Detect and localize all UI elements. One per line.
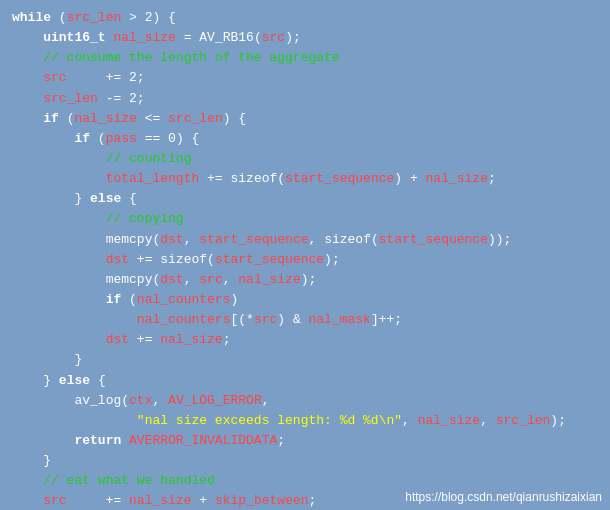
code-line: } bbox=[12, 350, 598, 370]
code-line: } else { bbox=[12, 189, 598, 209]
code-line: uint16_t nal_size = AV_RB16(src); bbox=[12, 28, 598, 48]
code-line: } else { bbox=[12, 371, 598, 391]
code-line: dst += sizeof(start_sequence); bbox=[12, 250, 598, 270]
footer-url: https://blog.csdn.net/qianrushizaixian bbox=[405, 490, 602, 504]
code-line: // consume the length of the aggregate bbox=[12, 48, 598, 68]
code-line: while (src_len > 2) { bbox=[12, 8, 598, 28]
code-line: memcpy(dst, start_sequence, sizeof(start… bbox=[12, 230, 598, 250]
code-line: return AVERROR_INVALIDDATA; bbox=[12, 431, 598, 451]
code-line: av_log(ctx, AV_LOG_ERROR, bbox=[12, 391, 598, 411]
code-line: "nal size exceeds length: %d %d\n", nal_… bbox=[12, 411, 598, 431]
code-line: nal_counters[(*src) & nal_mask]++; bbox=[12, 310, 598, 330]
code-block: while (src_len > 2) { uint16_t nal_size … bbox=[0, 0, 610, 510]
code-line: memcpy(dst, src, nal_size); bbox=[12, 270, 598, 290]
code-line: dst += nal_size; bbox=[12, 330, 598, 350]
code-line: if (pass == 0) { bbox=[12, 129, 598, 149]
code-line: if (nal_counters) bbox=[12, 290, 598, 310]
code-line: // copying bbox=[12, 209, 598, 229]
code-line: if (nal_size <= src_len) { bbox=[12, 109, 598, 129]
code-line: src += 2; bbox=[12, 68, 598, 88]
code-line: total_length += sizeof(start_sequence) +… bbox=[12, 169, 598, 189]
code-line: // eat what we handled bbox=[12, 471, 598, 491]
code-line: src_len -= 2; bbox=[12, 89, 598, 109]
code-line: // counting bbox=[12, 149, 598, 169]
code-line: } bbox=[12, 451, 598, 471]
